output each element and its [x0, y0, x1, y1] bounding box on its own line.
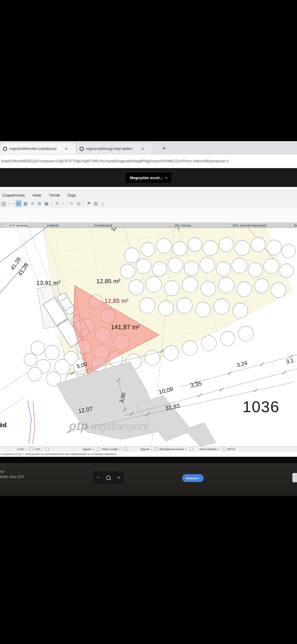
view-tab-siteplan[interactable]: [E01 Tervezett helyszínrajz] — [228, 223, 268, 228]
open-with-label: Megnyitás ezzel... — [130, 176, 163, 180]
view-tab-windows[interactable]: [Ablakok] — [42, 223, 60, 228]
view-tab-bar: M-07 Munkalap [Ablakok] [Homlokzat(1)] [… — [0, 222, 297, 228]
hint-bar: s lenyomva a Ctrl + Shift gombot az elem… — [0, 452, 297, 457]
layout-icon — [229, 224, 232, 227]
tab-favicon — [3, 147, 7, 151]
street-name-fragment: éd — [0, 421, 7, 429]
tab-title: nograd-epitesugy-helyi-epitesi — [86, 147, 140, 151]
chevron-right-icon: ▸ — [93, 448, 94, 450]
pen-color-icon[interactable] — [155, 448, 158, 451]
menu-ablak[interactable]: Ablak — [32, 193, 41, 197]
quick-options-bar: 1:100 ▸ 1:50 ▸ Egyéni ▸ Teljes modell ▸ … — [0, 446, 297, 452]
drawing-canvas[interactable]: 18, ,31 41,28 41,28 13,91 m² 12,85 m² 12… — [0, 228, 297, 446]
caret-down-icon[interactable]: ▾ — [61, 200, 64, 207]
layer-icon[interactable] — [46, 448, 49, 451]
viewer-footer: zgy ándor utca 12/A − + Átnézés ▾ — [0, 463, 297, 496]
view-set-option[interactable]: 08 Építészeti tervek — [160, 447, 184, 451]
home-story-icon[interactable]: ⌂ — [100, 200, 106, 207]
area-label: 12,85 m² — [104, 297, 128, 304]
phone-screenshot: nograd-belteruleti-szabalyozas ✕ nograd-… — [0, 0, 297, 644]
watermark-otp: otp — [69, 419, 88, 433]
grid-settings-icon[interactable]: ⊞ — [37, 200, 42, 207]
close-icon[interactable]: ✕ — [65, 147, 68, 151]
cut-icon[interactable]: ✂ — [69, 200, 75, 207]
close-file-icon[interactable]: ✕ — [30, 200, 35, 207]
browser-tab-1[interactable]: nograd-belteruleti-szabalyozas ✕ — [1, 143, 76, 154]
drawing-scale-option[interactable]: 1:50 — [34, 447, 40, 451]
save-icon[interactable]: ▦ — [23, 200, 28, 207]
override-option[interactable]: Nincs felülírás — [200, 447, 217, 451]
view-tab-worksheet[interactable]: M-07 Munkalap — [4, 223, 30, 228]
folder-open-icon[interactable]: ▤ — [16, 200, 21, 207]
building-icon — [291, 224, 293, 227]
view-tab-elevation[interactable]: [Homlokzat(1)] — [89, 223, 113, 228]
view-tab-label: [Ablakok] — [47, 224, 59, 227]
elevation-icon — [90, 224, 93, 227]
chevron-right-icon: ▸ — [119, 448, 121, 450]
magnifier-icon[interactable] — [106, 476, 111, 480]
browser-tab-2[interactable]: nograd-epitesugy-helyi-epitesi ✕ — [77, 143, 153, 154]
view-tab-label: M-07 Munkalap — [9, 224, 28, 227]
caret-down-icon[interactable]: ▾ — [50, 200, 53, 207]
renovation-option[interactable]: 09 Fel — [227, 447, 235, 451]
menu-csapatmunka[interactable]: Csapatmunka — [2, 193, 25, 197]
watermark-ingatlanpont: Ingatlanpont — [88, 421, 148, 432]
otp-ingatlanpont-watermark: otp Ingatlanpont — [69, 419, 148, 433]
fillet-icon[interactable]: ◿ — [1, 200, 6, 207]
open-dropdown-button[interactable]: Átnézés ▾ — [182, 474, 204, 482]
scale-option[interactable]: 1:100 — [17, 447, 24, 451]
chevron-down-icon: ▾ — [166, 176, 167, 179]
renovation-icon[interactable] — [223, 448, 226, 451]
area-label: 13,91 m² — [36, 279, 60, 286]
open-with-button[interactable]: Megnyitás ezzel... ▾ — [125, 172, 172, 183]
zoom-controls: − + — [93, 471, 124, 484]
app-gap — [0, 208, 297, 222]
chevron-right-icon: ▸ — [41, 448, 43, 450]
area-label: 141,87 m² — [111, 323, 140, 331]
zoom-out-button[interactable]: − — [97, 475, 100, 481]
address-bar[interactable]: XinpHZMsbsMD8IZQq?compose=CligCKCFTNglVS… — [0, 154, 297, 168]
flag-icon[interactable]: ⚑ — [86, 200, 92, 207]
undo-icon[interactable]: ↻ — [55, 200, 60, 207]
titlebar-strip — [0, 187, 297, 189]
close-icon[interactable]: ✕ — [141, 147, 144, 151]
tab-divider — [76, 145, 77, 152]
url-text: XinpHZMsbsMD8IZQq?compose=CligCKCFTNglVS… — [1, 159, 297, 163]
open-dropdown-label: Átnézés — [186, 476, 198, 480]
tab-favicon — [79, 147, 84, 151]
pen-set-icon[interactable] — [30, 448, 33, 451]
caret-down-icon[interactable]: ▾ — [12, 200, 15, 207]
dimension-style-icon[interactable] — [124, 448, 127, 451]
menu-bar: Csapatmunka Ablak Témák Súgó — [2, 193, 76, 197]
menu-temak[interactable]: Témák — [49, 193, 60, 197]
toolbar-separator — [66, 201, 67, 206]
layers-icon[interactable]: ▥ — [93, 200, 99, 207]
model-view-icon[interactable] — [97, 448, 100, 451]
window-icon — [44, 224, 46, 227]
chevron-right-icon: ▸ — [219, 448, 220, 450]
menu-sugo[interactable]: Súgó — [68, 193, 76, 197]
view-tab-3d[interactable]: [3D / összes] — [170, 223, 192, 228]
parcel-number: 1036 — [242, 398, 280, 416]
new-tab-button[interactable]: + — [160, 145, 168, 153]
toolbar-separator — [84, 201, 84, 206]
area-label: 12,85 m² — [96, 278, 120, 285]
footer-address-line1: zgy — [0, 470, 4, 473]
layer-combination-option[interactable]: Egyéni — [83, 447, 91, 451]
browser-tab-bar: nograd-belteruleti-szabalyozas ✕ nograd-… — [0, 141, 297, 154]
model-view-option[interactable]: Teljes modell — [102, 447, 118, 451]
view-tab-label: [3D / összes] — [175, 224, 191, 227]
main-toolbar: ▢ ▾ ◫ ▾ ▤ ▦ ✕ ⊞ ▣ ▾ ↻ ▾ ✂ ◎ ↑ ⌐ ╱ ▱ ◿ ⚑ … — [1, 199, 106, 208]
separator-strip — [0, 457, 297, 463]
printer-icon[interactable]: ▣ — [44, 200, 49, 207]
override-icon[interactable] — [190, 448, 193, 451]
view-tab-partial[interactable]: [M — [289, 223, 297, 228]
caret-down-icon[interactable]: ▾ — [8, 200, 10, 207]
find-select-icon[interactable]: ◎ — [76, 200, 82, 207]
zoom-in-button[interactable]: + — [117, 475, 120, 481]
chevron-right-icon: ▸ — [151, 448, 152, 450]
worksheet-icon — [6, 224, 8, 227]
dimension-option[interactable]: Egyedi — [140, 447, 149, 451]
chevron-down-icon: ▾ — [199, 477, 200, 479]
clipped-right-control[interactable] — [292, 473, 297, 482]
